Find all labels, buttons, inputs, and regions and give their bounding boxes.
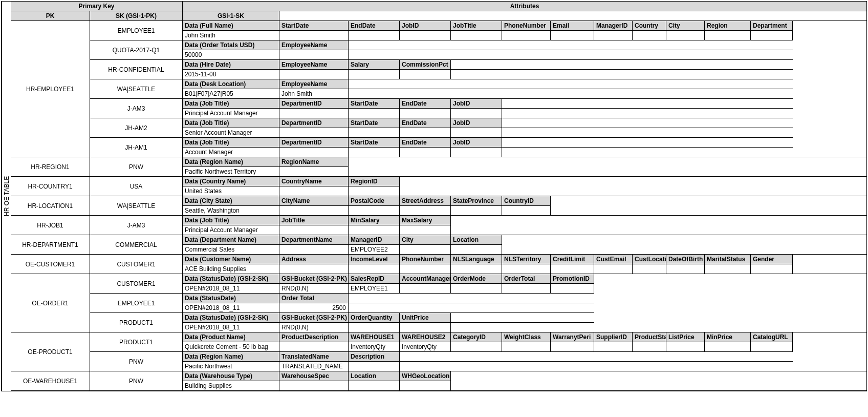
attr-value-cell [633, 31, 666, 40]
attr-value-cell [502, 31, 551, 40]
pk-cell: HR-JOB1 [11, 216, 90, 235]
sk-cell: COMMERCIAL [90, 235, 182, 254]
attr-header-cell: MaritalStatus [705, 255, 751, 264]
attr-value-cell [279, 109, 349, 118]
attr-header-cell: CustLocatio [633, 255, 666, 264]
attr-value-cell [705, 264, 751, 274]
attribute-row-pair: Data (StatusDate) (GSI-2-SK)GSI-Bucket (… [183, 313, 594, 332]
sk-stack: PNW [90, 157, 183, 176]
header-sk: SK (GSI-1-PK) [90, 11, 183, 20]
attr-header-cell: Salary [349, 60, 400, 69]
attr-header-cell: Data (Product Name) [183, 332, 279, 342]
attr-value-cell [551, 31, 594, 40]
attr-header-cell: UnitPrice [400, 313, 451, 322]
attr-value-cell [502, 264, 551, 274]
pk-cell: HR-EMPLOYEE1 [11, 21, 90, 157]
attribute-row-pair: Data (Customer Name)AddressIncomeLevelPh… [183, 255, 793, 274]
attr-header-cell: Data (Order Totals USD) [183, 40, 279, 50]
attr-header-cell: Data (StatusDate) [183, 294, 279, 303]
attribute-row-pair: Data (Warehouse Type)WarehouseSpecLocati… [183, 371, 451, 390]
attr-header-cell: EmployeeName [279, 60, 349, 69]
attr-header-cell: JobID [451, 138, 502, 147]
attr-header-cell: Data (Job Title) [183, 99, 279, 108]
attribute-header-line: Data (StatusDate) (GSI-2-SK)GSI-Bucket (… [183, 313, 594, 323]
attribute-row-pair: Data (Job Title)DepartmentIDStartDateEnd… [183, 118, 793, 138]
attr-value-cell [633, 264, 666, 274]
attribute-row-pair: Data (Region Name)RegionNamePacific Nort… [183, 157, 349, 176]
attr-stack: Data (Warehouse Type)WarehouseSpecLocati… [183, 371, 451, 390]
attribute-value-line: Commercial SalesEMPLOYEE2 [183, 245, 502, 254]
attribute-value-line: Account Manager [183, 148, 793, 157]
attr-header-cell: WarehouseSpec [279, 371, 349, 381]
attr-header-cell: Data (StatusDate) (GSI-2-SK) [183, 274, 279, 283]
attribute-value-line: 2015-11-08 [183, 70, 793, 79]
header-group-row: Primary Key Attributes [11, 2, 866, 11]
attribute-value-line: ACE Building Supplies [183, 264, 793, 274]
attribute-header-line: Data (Product Name)ProductDescriptionWAR… [183, 332, 793, 342]
attr-value-cell [751, 342, 793, 351]
attr-value-cell [666, 264, 705, 274]
attr-header-cell: Address [279, 255, 349, 264]
sk-cell: JH-AM1 [90, 138, 182, 157]
attr-value-cell [279, 206, 349, 215]
attribute-value-line: Pacific Northwest Territory [183, 167, 349, 176]
attr-value-cell [502, 284, 551, 293]
pk-block: HR-DEPARTMENT1COMMERCIALData (Department… [11, 235, 866, 255]
attribute-header-line: Data (StatusDate)Order Total [183, 294, 594, 303]
attr-value-cell: John Smith [183, 31, 279, 40]
attribute-header-line: Data (Job Title)DepartmentIDStartDateEnd… [183, 118, 793, 128]
pk-cell: HR-DEPARTMENT1 [11, 235, 90, 254]
attr-value-cell: Building Supplies [183, 381, 279, 390]
attr-value-cell [400, 206, 451, 215]
attr-value-cell [279, 148, 349, 157]
attr-header-cell: StartDate [279, 21, 349, 30]
attr-header-cell: EndDate [400, 138, 451, 147]
attr-value-cell [400, 323, 451, 332]
attribute-value-line: 50000 [183, 50, 793, 59]
attr-stack: Data (Job Title)JobTitleMinSalaryMaxSala… [183, 216, 451, 235]
attribute-value-line: Pacific NorthwestTRANSLATED_NAME [183, 362, 793, 371]
table-side-label: HR OE TABLE [2, 2, 11, 391]
header-pk: PK [11, 11, 90, 20]
sk-cell: EMPLOYEE1 [90, 294, 182, 313]
attr-value-cell: Pacific Northwest Territory [183, 167, 279, 176]
attr-value-cell [349, 264, 400, 274]
attr-value-cell [594, 342, 633, 351]
attr-value-cell [705, 31, 751, 40]
attr-header-cell: CategoryID [451, 332, 502, 342]
attr-header-cell: CommissionPct [400, 60, 451, 69]
attr-value-cell [400, 31, 451, 40]
attr-value-cell [349, 70, 400, 79]
attr-header-cell: NLSLanguage [451, 255, 502, 264]
sk-stack: PNW [90, 371, 183, 390]
attr-header-cell: CreditLimit [551, 255, 594, 264]
attr-value-cell: Commercial Sales [183, 245, 279, 254]
attr-header-cell: OrderTotal [502, 274, 551, 283]
pk-block: OE-CUSTOMER1CUSTOMER1Data (Customer Name… [11, 255, 866, 274]
sk-cell: QUOTA-2017-Q1 [90, 40, 182, 60]
pk-block: OE-PRODUCT1PRODUCT1PNWData (Product Name… [11, 332, 866, 371]
sk-cell: J-AM3 [90, 99, 182, 118]
attr-value-cell [279, 381, 349, 390]
attr-header-cell: PhoneNumber [502, 21, 551, 30]
attribute-value-line: Principal Account Manager [183, 225, 451, 235]
attr-value-cell [551, 264, 594, 274]
attribute-header-line: Data (Desk Location)EmployeeName [183, 79, 793, 89]
sk-cell: PRODUCT1 [90, 313, 182, 332]
attribute-row-pair: Data (Hire Date)EmployeeNameSalaryCommis… [183, 60, 793, 79]
attr-value-cell: 2015-11-08 [183, 70, 279, 79]
attribute-row-pair: Data (Order Totals USD)EmployeeName50000 [183, 40, 793, 60]
attr-header-cell: OrderMode [451, 274, 502, 283]
pk-cell: OE-WAREHOUSE1 [11, 371, 90, 390]
attr-header-cell: NLSTerritory [502, 255, 551, 264]
attribute-row-pair: Data (City State)CityNamePostalCodeStree… [183, 196, 551, 215]
attr-stack: Data (City State)CityNamePostalCodeStree… [183, 196, 551, 215]
header-gsi: GSI-1-SK [183, 11, 279, 20]
attribute-row-pair: Data (Full Name)StartDateEndDateJobIDJob… [183, 21, 793, 40]
attr-value-cell: RND(0,N) [279, 284, 349, 293]
attr-value-cell: 50000 [183, 50, 279, 59]
attr-header-cell: CustEmail [594, 255, 633, 264]
attr-value-cell: InventoryQty [349, 342, 400, 351]
sk-stack: CUSTOMER1 [90, 255, 183, 274]
attribute-row-pair: Data (Department Name)DepartmentNameMana… [183, 235, 502, 254]
